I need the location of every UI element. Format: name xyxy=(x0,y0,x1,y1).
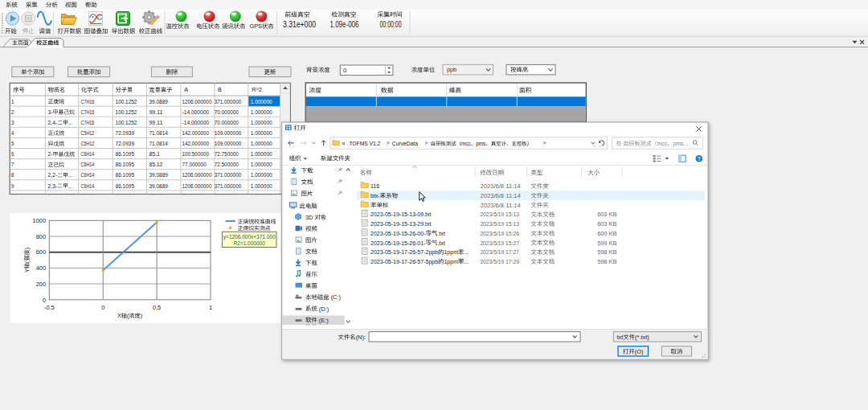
svg-text:2023/5/19 15:26: 2023/5/19 15:26 xyxy=(480,230,519,237)
svg-text:...: ... xyxy=(68,172,73,178)
svg-text:-14.000000: -14.000000 xyxy=(182,109,210,116)
svg-text:C5H12: C5H12 xyxy=(81,140,95,147)
svg-text:71.0814: 71.0814 xyxy=(149,129,168,137)
svg-text:A: A xyxy=(184,86,188,93)
svg-text:): ) xyxy=(141,312,142,319)
svg-text:1.000000: 1.000000 xyxy=(251,98,272,105)
svg-text:1.09e-006: 1.09e-006 xyxy=(330,20,359,29)
svg-text:>: > xyxy=(424,140,428,146)
svg-text:2: 2 xyxy=(11,109,14,116)
svg-text:X: X xyxy=(117,312,121,319)
svg-text:2023/5/19 15:27: 2023/5/19 15:27 xyxy=(480,240,519,247)
svg-text:2023-05-19-17-26-57-2ppb: 2023-05-19-17-26-57-2ppb xyxy=(371,249,438,256)
svg-text:77.000000: 77.000000 xyxy=(182,161,207,168)
svg-text:1.000000: 1.000000 xyxy=(251,129,272,137)
svg-text:2023/5/19 15:13: 2023/5/19 15:13 xyxy=(480,211,519,218)
svg-text:C5H12: C5H12 xyxy=(81,129,95,137)
svg-text:4: 4 xyxy=(11,129,14,137)
svg-text:0.5: 0.5 xyxy=(153,304,161,311)
svg-text:1: 1 xyxy=(209,304,212,311)
svg-text:TOFMS V1.2: TOFMS V1.2 xyxy=(349,140,380,147)
svg-text:7: 7 xyxy=(11,161,14,168)
svg-text:2023/5/19 17:27: 2023/5/19 17:27 xyxy=(480,248,519,256)
svg-text:2023/6/8 11:14: 2023/6/8 11:14 xyxy=(480,182,520,190)
svg-text:72.750000: 72.750000 xyxy=(215,150,239,158)
svg-text:2023-05-19-15-26-01-: 2023-05-19-15-26-01- xyxy=(371,240,426,246)
svg-text:C6H14: C6H14 xyxy=(81,161,95,168)
svg-text:1.000000: 1.000000 xyxy=(251,161,272,168)
svg-text:599 KB: 599 KB xyxy=(597,240,616,247)
svg-text:99.11: 99.11 xyxy=(149,119,163,126)
svg-text:142.000000: 142.000000 xyxy=(182,129,210,137)
svg-text:(O): (O) xyxy=(635,348,644,355)
svg-text:(E:): (E:) xyxy=(317,317,329,324)
svg-text:(D:): (D:) xyxy=(317,305,329,313)
svg-text:3: 3 xyxy=(11,119,14,126)
svg-text:.txt: .txt xyxy=(437,240,444,246)
svg-text:371.000000: 371.000000 xyxy=(215,171,242,178)
svg-text:C6H14: C6H14 xyxy=(81,150,95,158)
svg-text:pms...: pms... xyxy=(673,141,688,147)
svg-text:371.000000: 371.000000 xyxy=(215,98,242,105)
svg-text:3.31e+000: 3.31e+000 xyxy=(283,20,316,29)
svg-text:C7H16: C7H16 xyxy=(81,119,95,126)
svg-text:2-: 2- xyxy=(48,151,53,157)
svg-text:GPS: GPS xyxy=(249,23,262,30)
svg-text:(N):: (N): xyxy=(356,334,366,341)
svg-text:>: > xyxy=(543,140,547,146)
svg-text:109.000000: 109.000000 xyxy=(215,140,242,147)
svg-text:100.1252: 100.1252 xyxy=(116,109,137,116)
svg-text:109.000000: 109.000000 xyxy=(215,129,242,137)
svg-text:2023-05-19-15-13-29.txt: 2023-05-19-15-13-29.txt xyxy=(371,221,432,227)
svg-text:y=1206.000x+371.000: y=1206.000x+371.000 xyxy=(223,234,276,240)
svg-text:0: 0 xyxy=(343,67,346,74)
svg-text:200: 200 xyxy=(36,281,46,288)
svg-text:btx-: btx- xyxy=(371,193,380,199)
svg-text:598 KB: 598 KB xyxy=(597,258,616,265)
svg-text:...: ... xyxy=(464,259,469,264)
svg-text:...: ... xyxy=(68,120,73,125)
svg-text:C6H14: C6H14 xyxy=(81,182,95,190)
svg-text:603 KB: 603 KB xyxy=(597,220,616,228)
svg-text:598 KB: 598 KB xyxy=(597,248,616,256)
svg-text:1.000000: 1.000000 xyxy=(251,182,272,190)
svg-text:1.000000: 1.000000 xyxy=(251,150,272,158)
svg-text:1206.000000: 1206.000000 xyxy=(182,98,212,105)
svg-text:9: 9 xyxy=(11,182,14,190)
svg-text:1206.000000: 1206.000000 xyxy=(182,171,212,178)
svg-text:99.11: 99.11 xyxy=(149,109,163,116)
svg-text:603 KB: 603 KB xyxy=(597,211,616,218)
svg-text:1000: 1000 xyxy=(33,217,46,224)
svg-text:1.000000: 1.000000 xyxy=(251,119,272,126)
svg-text:72.500000: 72.500000 xyxy=(215,161,239,168)
svg-text:2023-05-19-15-26-00-: 2023-05-19-15-26-00- xyxy=(371,231,426,236)
svg-text:1ppm: 1ppm xyxy=(444,249,458,256)
svg-text:.txt: .txt xyxy=(437,231,444,236)
svg-text:-14.000000: -14.000000 xyxy=(182,119,210,126)
svg-text:39.0889: 39.0889 xyxy=(149,171,168,178)
svg-text:R2=1.000000: R2=1.000000 xyxy=(234,240,266,246)
svg-text:mcc: mcc xyxy=(657,141,668,146)
svg-text:600 KB: 600 KB xyxy=(597,230,616,237)
svg-text:116: 116 xyxy=(371,183,379,189)
svg-text:100.1252: 100.1252 xyxy=(116,98,137,105)
svg-text:CurveData: CurveData xyxy=(392,140,419,147)
svg-text:C7H16: C7H16 xyxy=(81,109,95,116)
svg-text:142.000000: 142.000000 xyxy=(182,140,210,147)
svg-text:C7H16: C7H16 xyxy=(81,98,95,105)
svg-text:1: 1 xyxy=(11,98,14,105)
svg-text:0: 0 xyxy=(101,304,104,311)
svg-text:ppb: ppb xyxy=(447,66,457,73)
svg-text:2023/6/8 11:14: 2023/6/8 11:14 xyxy=(480,192,520,199)
svg-text:?: ? xyxy=(698,156,701,162)
svg-text:B: B xyxy=(218,86,222,93)
svg-text:1.000000: 1.000000 xyxy=(251,171,272,178)
svg-text:85.1: 85.1 xyxy=(149,150,160,158)
svg-text:70.000000: 70.000000 xyxy=(215,109,239,116)
svg-text:0: 0 xyxy=(43,297,46,304)
svg-text:(C:): (C:) xyxy=(330,293,341,301)
svg-text:371.000000: 371.000000 xyxy=(215,182,242,190)
svg-text:800: 800 xyxy=(36,233,46,240)
svg-text:2023-05-19-15-13-09.txt: 2023-05-19-15-13-09.txt xyxy=(371,211,432,217)
svg-text:«: « xyxy=(342,140,346,147)
